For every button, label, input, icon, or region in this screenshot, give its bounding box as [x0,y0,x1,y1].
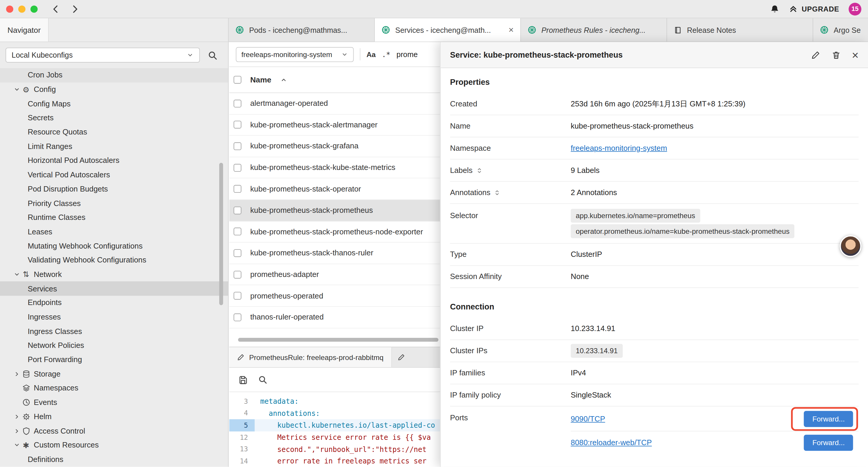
row-checkbox[interactable] [234,185,241,193]
name-column-header[interactable]: Name [250,76,271,84]
sidebar-item-helm[interactable]: Helm [0,410,228,424]
sort-toggle-icon[interactable] [476,167,483,174]
tab-argo-se[interactable]: Argo Se [813,18,868,42]
maximize-window-button[interactable] [30,5,37,12]
sidebar-item-resource-quotas[interactable]: Resource Quotas [0,125,228,139]
table-row[interactable]: kube-prometheus-stack-kube-state-metrics [229,157,440,178]
sidebar-item-config[interactable]: ⚙Config [0,83,228,97]
sidebar-item-storage[interactable]: Storage [0,367,228,381]
sidebar-item-pod-disruption-budgets[interactable]: Pod Disruption Budgets [0,182,228,196]
sidebar-item-port-forwarding[interactable]: Port Forwarding [0,353,228,367]
yaml-editor[interactable]: 3metadata:4 annotations:5 kubectl.kubern… [229,392,440,467]
sidebar-item-endpoints[interactable]: Endpoints [0,296,228,310]
forward-button[interactable]: Forward... [804,411,853,427]
sidebar-item-ingress-classes[interactable]: Ingress Classes [0,324,228,339]
table-row[interactable]: kube-prometheus-stack-prometheus [229,200,440,221]
navigator-tab[interactable]: Navigator [0,18,49,42]
row-checkbox[interactable] [234,164,241,171]
sidebar-item-ingresses[interactable]: Ingresses [0,310,228,324]
port-link[interactable]: 8080:reloader-web/TCP [571,438,652,447]
sidebar-item-priority-classes[interactable]: Priority Classes [0,196,228,210]
floating-avatar[interactable] [840,235,861,257]
table-row[interactable]: prometheus-adapter [229,264,440,285]
save-icon[interactable] [238,375,248,385]
table-row[interactable]: kube-prometheus-stack-thanos-ruler [229,243,440,264]
sidebar-search-icon[interactable] [208,50,218,60]
sidebar-item-access-control[interactable]: Access Control [0,424,228,438]
tab-label: Release Notes [687,26,806,34]
chevron-down-icon[interactable] [12,442,21,449]
editor-search-icon[interactable] [258,375,267,384]
chevron-right-icon[interactable] [12,413,21,420]
horizontal-scrollbar[interactable] [238,338,438,342]
sidebar-item-secrets[interactable]: Secrets [0,111,228,125]
table-row[interactable]: kube-prometheus-stack-alertmanager [229,114,440,136]
table-row[interactable]: kube-prometheus-stack-prometheus-node-ex… [229,222,440,243]
sidebar-item-runtime-classes[interactable]: Runtime Classes [0,210,228,225]
row-checkbox[interactable] [234,292,241,300]
sidebar-item-limit-ranges[interactable]: Limit Ranges [0,139,228,153]
delete-icon[interactable] [831,50,841,60]
case-sensitive-toggle[interactable]: Aa [366,50,375,59]
table-row[interactable]: alertmanager-operated [229,93,440,114]
chevron-down-icon[interactable] [12,271,21,278]
edit-icon[interactable] [811,50,820,60]
namespace-link[interactable]: freeleaps-monitoring-system [571,144,667,152]
chevron-right-icon[interactable] [12,428,21,435]
forward-button[interactable]: Forward... [804,435,853,450]
sidebar-item-horizontal-pod-autoscalers[interactable]: Horizontal Pod Autoscalers [0,153,228,168]
sort-toggle-icon[interactable] [494,189,500,196]
sidebar-vertical-scrollbar[interactable] [219,163,223,305]
tab-release-notes[interactable]: Release Notes [667,18,813,42]
close-tab-icon[interactable]: × [508,25,514,34]
row-checkbox[interactable] [234,270,241,278]
sidebar-item-definitions[interactable]: Definitions [0,452,228,466]
search-input[interactable]: prome [397,50,418,59]
editor-tab[interactable]: PrometheusRule: freeleaps-prod-rabbitmq [229,347,392,367]
select-all-checkbox[interactable] [234,76,241,84]
sidebar-item-cron-jobs[interactable]: Cron Jobs [0,68,228,82]
table-row[interactable]: kube-prometheus-stack-operator [229,178,440,200]
sidebar-item-validating-webhook-configurations[interactable]: Validating Webhook Configurations [0,253,228,267]
sort-ascending-icon[interactable] [280,76,287,83]
sidebar-item-services[interactable]: Services [0,282,228,296]
row-checkbox[interactable] [234,228,241,236]
minimize-window-button[interactable] [18,5,25,12]
notification-count-badge[interactable]: 15 [848,2,861,15]
notification-bell-icon[interactable] [770,4,780,13]
tab-pods-icecheng-mathmas[interactable]: Pods - icecheng@mathmas... [229,18,375,42]
sidebar-item-network[interactable]: ⇅Network [0,267,228,282]
forward-icon[interactable] [70,4,80,13]
tab-services-icecheng-math[interactable]: Services - icecheng@math...× [375,18,521,42]
back-icon[interactable] [51,4,60,13]
upgrade-button[interactable]: UPGRADE [789,4,839,13]
sidebar-item-leases[interactable]: Leases [0,225,228,239]
table-row[interactable]: prometheus-operated [229,286,440,307]
row-checkbox[interactable] [234,121,241,128]
namespace-filter-dropdown[interactable]: freeleaps-monitoring-system [236,47,354,62]
kubeconfig-selector[interactable]: Local Kubeconfigs [6,48,200,63]
sidebar-item-network-policies[interactable]: Network Policies [0,339,228,353]
chevron-right-icon[interactable] [12,370,21,377]
port-link[interactable]: 9090/TCP [571,414,605,423]
table-row[interactable]: thanos-ruler-operated [229,307,440,328]
row-checkbox[interactable] [234,143,241,150]
close-icon[interactable]: × [852,49,859,61]
row-checkbox[interactable] [234,249,241,257]
tab-prometheus-rules-icecheng[interactable]: Prometheus Rules - icecheng... [521,18,667,42]
sidebar-item-namespaces[interactable]: Namespaces [0,381,228,395]
upgrade-label: UPGRADE [802,5,839,13]
sidebar-item-vertical-pod-autoscalers[interactable]: Vertical Pod Autoscalers [0,168,228,182]
chevron-down-icon[interactable] [12,86,21,93]
sidebar-item-custom-resources[interactable]: ✱Custom Resources [0,438,228,452]
row-checkbox[interactable] [234,206,241,214]
row-checkbox[interactable] [234,99,241,107]
sidebar-item-config-maps[interactable]: Config Maps [0,97,228,111]
sidebar-item-events[interactable]: Events [0,395,228,409]
sidebar-item-mutating-webhook-configurations[interactable]: Mutating Webhook Configurations [0,239,228,253]
regex-toggle[interactable]: .* [382,50,390,59]
table-row[interactable]: kube-prometheus-stack-grafana [229,136,440,157]
editor-tab-partial[interactable] [392,347,411,367]
close-window-button[interactable] [6,5,13,12]
row-checkbox[interactable] [234,313,241,321]
